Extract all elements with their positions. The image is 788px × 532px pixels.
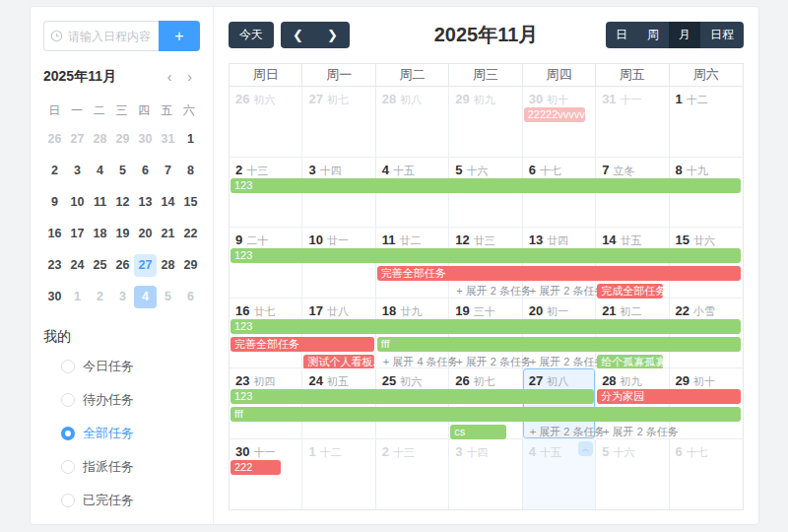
event-bar[interactable]: 完善全部任务 [230, 337, 374, 352]
mini-day-cell[interactable]: 23 [43, 249, 66, 281]
event-bar[interactable]: 分为家园 [597, 389, 741, 404]
event-chip[interactable]: cs [450, 425, 506, 439]
mini-day-cell[interactable]: 5 [111, 155, 134, 186]
filter-option-指派任务[interactable]: 指派任务 [43, 450, 200, 484]
calendar-day-cell[interactable]: 3十四 [449, 439, 522, 510]
expand-tasks-link[interactable]: + 展开 2 条任务 [449, 355, 522, 369]
view-tab-日[interactable]: 日 [606, 22, 637, 48]
mini-day-cell[interactable]: 6 [134, 155, 157, 186]
filter-option-全部任务[interactable]: 全部任务 [43, 417, 200, 450]
calendar-day-cell[interactable]: 26初六 [230, 87, 302, 158]
event-bar[interactable]: 123 [230, 389, 594, 404]
event-chip[interactable]: 完成全部任务模块 [597, 284, 663, 299]
today-button[interactable]: 今天 [229, 22, 274, 48]
mini-day-cell[interactable]: 30 [134, 123, 157, 155]
event-chip[interactable]: 222 [230, 460, 281, 475]
filter-option-已完任务[interactable]: 已完任务 [43, 484, 200, 517]
mini-day-cell[interactable]: 4 [134, 281, 157, 312]
day-lunar-label: 初八 [547, 375, 568, 387]
radio-icon[interactable] [61, 393, 75, 407]
mini-day-cell[interactable]: 27 [66, 123, 89, 155]
radio-icon[interactable] [61, 460, 75, 474]
calendar-day-cell[interactable]: 1十二 [302, 439, 375, 510]
expand-tasks-link[interactable]: + 展开 2 条任务 [523, 425, 596, 439]
calendar-day-cell[interactable]: 1十二 [670, 87, 743, 158]
calendar-day-cell[interactable]: 4十五︽ [523, 439, 596, 510]
mini-next-icon[interactable]: › [179, 69, 200, 85]
calendar-day-cell[interactable]: 31十一 [596, 87, 669, 158]
mini-day-cell[interactable]: 16 [43, 218, 66, 249]
expand-tasks-link[interactable]: + 展开 2 条任务 [449, 284, 522, 299]
mini-day-cell[interactable]: 11 [89, 186, 111, 218]
collapse-icon[interactable]: ︽ [578, 441, 593, 456]
mini-day-cell[interactable]: 13 [134, 186, 157, 218]
mini-day-cell[interactable]: 29 [111, 123, 134, 155]
mini-day-cell[interactable]: 24 [66, 249, 89, 281]
calendar-day-cell[interactable]: 27初七 [302, 87, 375, 158]
mini-day-cell[interactable]: 17 [66, 218, 89, 249]
expand-tasks-link[interactable]: + 展开 2 条任务 [596, 425, 669, 439]
radio-icon[interactable] [61, 427, 75, 440]
event-bar[interactable]: 123 [230, 319, 741, 334]
mini-day-cell[interactable]: 30 [43, 281, 66, 312]
mini-day-cell[interactable]: 15 [179, 186, 202, 218]
radio-icon[interactable] [61, 360, 75, 373]
mini-day-cell[interactable]: 9 [43, 186, 66, 218]
next-month-icon[interactable]: ❯ [315, 22, 350, 48]
mini-day-cell[interactable]: 12 [111, 186, 134, 218]
mini-day-cell[interactable]: 28 [89, 123, 111, 155]
filter-option-待办任务[interactable]: 待办任务 [43, 383, 200, 417]
mini-day-cell[interactable]: 22 [179, 218, 202, 249]
mini-day-cell[interactable]: 31 [157, 123, 179, 155]
mini-day-cell[interactable]: 3 [111, 281, 134, 312]
calendar-day-cell[interactable]: 2十三 [376, 439, 449, 510]
calendar-day-cell[interactable]: 28初八 [376, 87, 449, 158]
mini-day-cell[interactable]: 25 [89, 249, 111, 281]
mini-prev-icon[interactable]: ‹ [160, 69, 180, 85]
mini-day-cell[interactable]: 29 [179, 249, 202, 281]
mini-day-cell[interactable]: 5 [157, 281, 179, 312]
expand-tasks-link[interactable]: + 展开 2 条任务 [523, 284, 596, 299]
calendar-day-cell[interactable]: 29初九 [449, 87, 522, 158]
filters-title: 我的 [43, 328, 200, 346]
mini-day-cell[interactable]: 8 [179, 155, 202, 186]
schedule-input[interactable] [68, 30, 153, 43]
event-chip[interactable]: 测试个人看板新增任 [303, 355, 373, 369]
mini-day-cell[interactable]: 26 [43, 123, 66, 155]
view-tab-月[interactable]: 月 [669, 22, 700, 48]
mini-day-cell[interactable]: 28 [157, 249, 179, 281]
view-tab-日程[interactable]: 日程 [700, 22, 744, 48]
event-chip[interactable]: 22222vvvvv [524, 107, 585, 122]
event-bar[interactable]: fff [377, 337, 741, 352]
mini-day-cell[interactable]: 20 [134, 218, 157, 249]
mini-day-cell[interactable]: 6 [179, 281, 202, 312]
calendar-day-cell[interactable]: 6十七 [670, 439, 743, 510]
mini-day-cell[interactable]: 4 [89, 155, 111, 186]
expand-tasks-link[interactable]: + 展开 4 条任务 [376, 355, 449, 369]
mini-day-cell[interactable]: 2 [89, 281, 111, 312]
mini-day-cell[interactable]: 26 [111, 249, 134, 281]
add-schedule-button[interactable]: + [159, 21, 200, 51]
calendar-day-cell[interactable]: 5十六 [596, 439, 669, 510]
mini-day-cell[interactable]: 3 [66, 155, 89, 186]
event-bar[interactable]: 完善全部任务 [377, 266, 741, 281]
mini-day-cell[interactable]: 7 [157, 155, 179, 186]
prev-month-icon[interactable]: ❮ [281, 22, 315, 48]
mini-day-cell[interactable]: 1 [66, 281, 89, 312]
radio-icon[interactable] [61, 494, 75, 507]
expand-tasks-link[interactable]: + 展开 2 条任务 [523, 355, 596, 369]
view-tab-周[interactable]: 周 [637, 22, 669, 48]
event-chip[interactable]: 给个孤寡孤寡孤寡 [597, 355, 663, 369]
event-bar[interactable]: 123 [230, 178, 741, 193]
mini-day-cell[interactable]: 27 [134, 249, 157, 281]
mini-day-cell[interactable]: 18 [89, 218, 111, 249]
event-bar[interactable]: fff [230, 407, 741, 422]
mini-day-cell[interactable]: 1 [179, 123, 202, 155]
mini-day-cell[interactable]: 10 [66, 186, 89, 218]
mini-day-cell[interactable]: 21 [157, 218, 179, 249]
mini-day-cell[interactable]: 14 [157, 186, 179, 218]
filter-option-今日任务[interactable]: 今日任务 [43, 350, 200, 383]
mini-day-cell[interactable]: 19 [111, 218, 134, 249]
mini-day-cell[interactable]: 2 [43, 155, 66, 186]
event-bar[interactable]: 123 [230, 248, 741, 263]
